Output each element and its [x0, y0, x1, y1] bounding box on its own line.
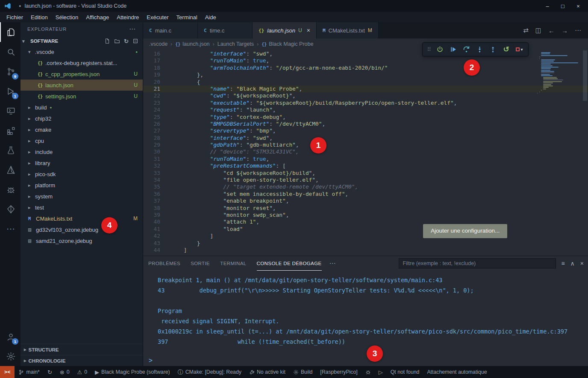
collapse-all-button[interactable]: [132, 38, 138, 44]
split-editor-button[interactable]: ◫: [535, 27, 541, 34]
code-line-42[interactable]: 42 ]: [143, 233, 588, 239]
activity-test-beaker[interactable]: [0, 140, 21, 160]
activity-run-debug[interactable]: 1: [0, 81, 21, 101]
breadcrumb-item-launch-json[interactable]: {}launch.json: [175, 41, 209, 47]
panel-tab-console-de-d-bogage[interactable]: CONSOLE DE DÉBOGAGE: [257, 256, 322, 271]
panel-tab-terminal[interactable]: TERMINAL: [220, 256, 246, 271]
status-qt-not-found[interactable]: Qt not found: [387, 366, 423, 378]
code-line-34[interactable]: 34 "file open-story-teller.elf",: [143, 177, 588, 183]
debug-console-output[interactable]: Breakpoint 1, main () at /mnt/data/git/o…: [143, 271, 588, 355]
debug-console-input[interactable]: >: [143, 355, 588, 366]
tree-item-vscode[interactable]: ▾.vscode●: [21, 46, 143, 57]
activity-remote-monitor[interactable]: [0, 101, 21, 121]
minimap[interactable]: [535, 50, 582, 256]
tree-item-system[interactable]: ▸system: [21, 191, 143, 202]
tree-item-cortex-debug-registers-stat[interactable]: {}.cortex-debug.registers.stat...: [21, 57, 143, 68]
code-line-41[interactable]: 41 "load": [143, 226, 588, 233]
tab-launch-json[interactable]: {}launch.jsonU×: [253, 22, 317, 38]
code-line-25[interactable]: 25 "type": "cortex-debug",: [143, 114, 588, 121]
tab-time-c[interactable]: Ctime.c: [198, 22, 253, 38]
tab-main-c[interactable]: Cmain.c: [143, 22, 198, 38]
code-line-44[interactable]: 44 ]: [143, 247, 588, 254]
tree-item-cmake[interactable]: ▸cmake: [21, 124, 143, 135]
status-0[interactable]: ⚠0: [74, 366, 91, 378]
status-sync[interactable]: ↻: [44, 366, 56, 378]
breadcrumb-item-black-magic-probe[interactable]: {}Black Magic Probe: [262, 41, 313, 47]
code-line-30[interactable]: 30 // "device": "STM32L431VC",: [143, 148, 588, 155]
breadcrumb-item-vscode[interactable]: .vscode: [149, 41, 168, 47]
activity-extensions[interactable]: [0, 121, 21, 140]
activity-bug-tool[interactable]: [0, 180, 21, 199]
new-file-button[interactable]: [104, 38, 110, 44]
debug-step-over-button[interactable]: [460, 44, 473, 56]
status-main[interactable]: main*: [15, 366, 43, 378]
code-line-31[interactable]: 31 "runToMain": true,: [143, 156, 588, 162]
code-line-29[interactable]: 29 "gdbPath": "gdb-multiarch",: [143, 142, 588, 148]
workspace-section-header[interactable]: ▾ SOFTWARE ↻: [21, 36, 143, 46]
status-build[interactable]: Build: [289, 366, 316, 378]
close-icon[interactable]: ×: [307, 27, 310, 34]
tree-item-gd32vf103-ozone-jdebug[interactable]: ▤gd32vf103_ozone.jdebug: [21, 224, 143, 235]
code-editor[interactable]: 16 "interface": "swd",17 "runToMain": tr…: [143, 50, 588, 256]
code-line-20[interactable]: 20 {: [143, 79, 588, 86]
activity-settings-gear[interactable]: [0, 346, 21, 366]
status-0[interactable]: ⊗0: [56, 366, 74, 378]
tab-cmakelists-txt[interactable]: MCMakeLists.txtM: [317, 22, 379, 38]
panel-more-icon[interactable]: ⋯: [329, 260, 336, 267]
explorer-more-icon[interactable]: ⋯: [129, 25, 136, 33]
breadcrumb-item-launch-targets[interactable]: Launch Targets: [218, 41, 254, 47]
new-folder-button[interactable]: [114, 38, 120, 44]
status-black-magic-probe-software[interactable]: ▶Black Magic Probe (software): [91, 366, 174, 378]
code-line-43[interactable]: 43 }: [143, 240, 588, 247]
menu-affichage[interactable]: Affichage: [82, 14, 113, 21]
collapse-panel-icon[interactable]: ∧: [570, 260, 575, 267]
code-line-36[interactable]: 36 "set mem inaccessible-by-default off"…: [143, 191, 588, 198]
code-line-39[interactable]: 39 "monitor swdp_scan",: [143, 212, 588, 219]
activity-files[interactable]: [0, 22, 21, 42]
panel-tab-sortie[interactable]: SORTIE: [191, 256, 210, 271]
console-filter-input[interactable]: [399, 258, 556, 269]
code-line-17[interactable]: 17 "runToMain": true,: [143, 57, 588, 64]
code-line-28[interactable]: 28 "interface": "swd",: [143, 135, 588, 142]
filter-lines-icon[interactable]: ≡: [561, 260, 564, 267]
close-panel-icon[interactable]: ×: [580, 260, 584, 267]
debug-restart-button[interactable]: ↺: [500, 44, 513, 56]
tree-item-build[interactable]: ▸build●: [21, 102, 143, 113]
tree-item-test[interactable]: ▸test: [21, 202, 143, 213]
code-line-35[interactable]: 35 // "target extended-remote /dev/ttyAC…: [143, 183, 588, 190]
menu-atteindre[interactable]: Atteindre: [113, 14, 143, 21]
code-line-26[interactable]: 26 "BMPGDBSerialPort": "/dev/ttyACM0",: [143, 121, 588, 127]
debug-power-button[interactable]: [433, 44, 447, 56]
status-no-active-kit[interactable]: No active kit: [245, 366, 289, 378]
compare-button[interactable]: ⇄: [523, 27, 529, 34]
code-line-37[interactable]: 37 "enable breakpoint",: [143, 198, 588, 204]
scrollbar-thumb[interactable]: [583, 50, 587, 101]
tree-item-pico-sdk[interactable]: ▸pico-sdk: [21, 168, 143, 180]
menu-aide[interactable]: Aide: [201, 14, 220, 21]
code-line-23[interactable]: 23 "executable": "${workspaceRoot}/build…: [143, 100, 588, 106]
close-button[interactable]: ×: [572, 1, 585, 11]
tree-item-chip32[interactable]: ▸chip32: [21, 113, 143, 124]
outline-section[interactable]: ▸ STRUCTURE: [21, 344, 143, 355]
add-configuration-button[interactable]: Ajouter une configuration...: [423, 224, 507, 238]
activity-account[interactable]: 1: [0, 327, 21, 346]
code-line-19[interactable]: 19 },: [143, 71, 588, 78]
tree-item-samd21-ozone-jdebug[interactable]: ▤samd21_ozone.jdebug: [21, 235, 143, 246]
activity-search[interactable]: [0, 42, 21, 62]
tree-item-cmakelists-txt[interactable]: MCMakeLists.txtM: [21, 213, 143, 224]
code-line-40[interactable]: 40 "attach 1",: [143, 219, 588, 225]
status-cmake-debug-ready[interactable]: ⓘCMake: [Debug]: Ready: [174, 366, 245, 378]
tree-item-cpu[interactable]: ▸cpu: [21, 135, 143, 146]
menu-ex-cuter[interactable]: Exécuter: [143, 14, 172, 21]
code-line-27[interactable]: 27 "servertype": "bmp",: [143, 127, 588, 134]
status-bug[interactable]: [362, 366, 375, 378]
menu-fichier[interactable]: Fichier: [3, 14, 27, 21]
minimize-button[interactable]: –: [541, 1, 554, 11]
refresh-button[interactable]: ↻: [124, 38, 129, 44]
status-attachement-automatique[interactable]: Attachement automatique: [423, 366, 491, 378]
debug-step-into-button[interactable]: [473, 44, 486, 56]
editor-scrollbar[interactable]: [582, 50, 588, 256]
tree-item-launch-json[interactable]: {}launch.jsonU: [21, 80, 143, 91]
code-line-18[interactable]: 18 "armToolchainPath": "/opt/gcc-arm-non…: [143, 65, 588, 71]
more-actions-button[interactable]: ⋯: [575, 27, 581, 34]
